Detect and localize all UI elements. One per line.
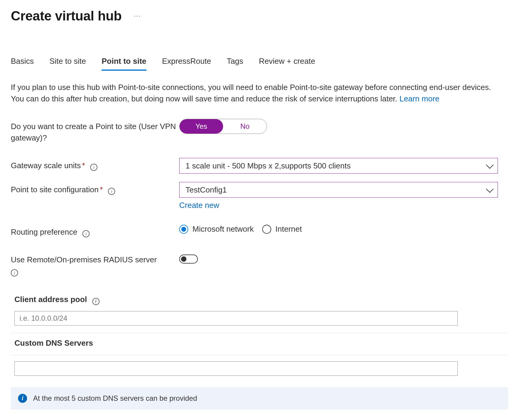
switch-knob-icon bbox=[181, 256, 186, 262]
tab-point-to-site[interactable]: Point to site bbox=[102, 57, 146, 71]
required-indicator: * bbox=[82, 161, 85, 170]
description-text: If you plan to use this hub with Point-t… bbox=[11, 82, 498, 104]
routing-pref-internet-label: Internet bbox=[275, 224, 302, 234]
p2s-config-label: Point to site configuration bbox=[11, 185, 99, 194]
required-indicator: * bbox=[100, 185, 103, 194]
client-pool-label: Client address pool bbox=[14, 295, 87, 304]
divider bbox=[11, 333, 508, 333]
chevron-down-icon bbox=[486, 185, 493, 193]
info-icon: i bbox=[18, 394, 27, 403]
tab-expressroute[interactable]: ExpressRoute bbox=[162, 57, 211, 71]
radio-unselected-icon bbox=[262, 225, 271, 234]
info-icon[interactable]: i bbox=[90, 164, 97, 171]
info-icon[interactable]: i bbox=[82, 230, 90, 237]
routing-pref-radio-group: Microsoft network Internet bbox=[179, 224, 498, 234]
divider bbox=[11, 355, 508, 355]
scale-units-label: Gateway scale units bbox=[11, 161, 81, 170]
p2s-config-value: TestConfig1 bbox=[186, 185, 227, 195]
page-title: Create virtual hub bbox=[11, 8, 122, 23]
dns-info-text: At the most 5 custom DNS servers can be … bbox=[33, 394, 197, 403]
p2s-toggle-no[interactable]: No bbox=[223, 119, 267, 134]
info-icon[interactable]: i bbox=[92, 298, 100, 305]
tab-tags[interactable]: Tags bbox=[227, 57, 243, 71]
remote-radius-switch[interactable] bbox=[179, 255, 198, 264]
more-actions-icon[interactable]: ··· bbox=[134, 12, 141, 20]
remote-radius-label: Use Remote/On-premises RADIUS server bbox=[11, 255, 157, 264]
tab-site-to-site[interactable]: Site to site bbox=[50, 57, 86, 71]
routing-pref-msn-label: Microsoft network bbox=[192, 224, 254, 234]
dns-input[interactable] bbox=[14, 361, 458, 376]
info-icon[interactable]: i bbox=[108, 188, 115, 195]
chevron-down-icon bbox=[486, 161, 493, 168]
dns-label: Custom DNS Servers bbox=[14, 338, 93, 347]
info-icon[interactable]: i bbox=[11, 269, 18, 276]
radio-selected-icon bbox=[179, 225, 188, 234]
p2s-gateway-toggle[interactable]: Yes No bbox=[179, 119, 267, 134]
routing-pref-msn[interactable]: Microsoft network bbox=[179, 224, 254, 234]
scale-units-value: 1 scale unit - 500 Mbps x 2,supports 500… bbox=[186, 161, 351, 171]
scale-units-dropdown[interactable]: 1 scale unit - 500 Mbps x 2,supports 500… bbox=[179, 158, 498, 174]
routing-pref-internet[interactable]: Internet bbox=[262, 224, 302, 234]
create-new-link[interactable]: Create new bbox=[179, 201, 498, 210]
p2s-config-dropdown[interactable]: TestConfig1 bbox=[179, 182, 498, 198]
client-pool-input[interactable] bbox=[14, 311, 458, 326]
p2s-toggle-yes[interactable]: Yes bbox=[180, 119, 223, 134]
p2s-gateway-label: Do you want to create a Point to site (U… bbox=[11, 119, 179, 144]
routing-pref-label: Routing preference bbox=[11, 227, 77, 236]
tab-basics[interactable]: Basics bbox=[11, 57, 34, 71]
tabs: Basics Site to site Point to site Expres… bbox=[11, 57, 508, 71]
dns-info-banner: i At the most 5 custom DNS servers can b… bbox=[11, 387, 508, 409]
tab-review-create[interactable]: Review + create bbox=[259, 57, 315, 71]
learn-more-link[interactable]: Learn more bbox=[400, 94, 440, 103]
